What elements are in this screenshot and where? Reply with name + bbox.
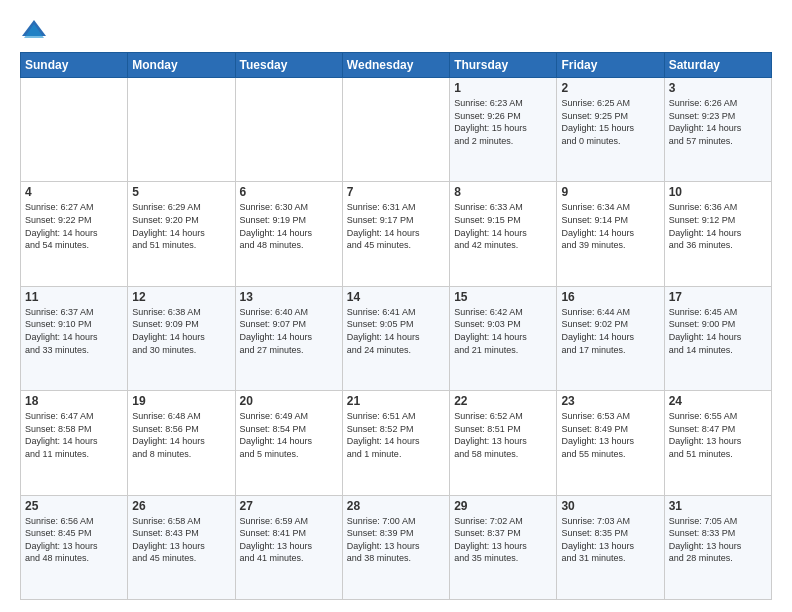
calendar-cell: 31Sunrise: 7:05 AMSunset: 8:33 PMDayligh… — [664, 495, 771, 599]
day-number: 8 — [454, 185, 552, 199]
calendar-cell: 30Sunrise: 7:03 AMSunset: 8:35 PMDayligh… — [557, 495, 664, 599]
header-day-sunday: Sunday — [21, 53, 128, 78]
day-number: 25 — [25, 499, 123, 513]
week-row-5: 25Sunrise: 6:56 AMSunset: 8:45 PMDayligh… — [21, 495, 772, 599]
day-info: Sunrise: 6:44 AMSunset: 9:02 PMDaylight:… — [561, 306, 659, 356]
logo-icon — [20, 16, 48, 44]
day-number: 28 — [347, 499, 445, 513]
day-number: 27 — [240, 499, 338, 513]
week-row-2: 4Sunrise: 6:27 AMSunset: 9:22 PMDaylight… — [21, 182, 772, 286]
calendar-cell: 2Sunrise: 6:25 AMSunset: 9:25 PMDaylight… — [557, 78, 664, 182]
calendar-cell: 1Sunrise: 6:23 AMSunset: 9:26 PMDaylight… — [450, 78, 557, 182]
day-info: Sunrise: 6:55 AMSunset: 8:47 PMDaylight:… — [669, 410, 767, 460]
day-info: Sunrise: 6:29 AMSunset: 9:20 PMDaylight:… — [132, 201, 230, 251]
calendar-cell: 10Sunrise: 6:36 AMSunset: 9:12 PMDayligh… — [664, 182, 771, 286]
day-number: 17 — [669, 290, 767, 304]
day-info: Sunrise: 6:33 AMSunset: 9:15 PMDaylight:… — [454, 201, 552, 251]
header-row: SundayMondayTuesdayWednesdayThursdayFrid… — [21, 53, 772, 78]
header-day-monday: Monday — [128, 53, 235, 78]
day-number: 22 — [454, 394, 552, 408]
day-number: 1 — [454, 81, 552, 95]
day-number: 19 — [132, 394, 230, 408]
day-info: Sunrise: 6:26 AMSunset: 9:23 PMDaylight:… — [669, 97, 767, 147]
day-number: 24 — [669, 394, 767, 408]
calendar-cell: 8Sunrise: 6:33 AMSunset: 9:15 PMDaylight… — [450, 182, 557, 286]
day-number: 21 — [347, 394, 445, 408]
day-info: Sunrise: 6:37 AMSunset: 9:10 PMDaylight:… — [25, 306, 123, 356]
week-row-3: 11Sunrise: 6:37 AMSunset: 9:10 PMDayligh… — [21, 286, 772, 390]
calendar-cell: 15Sunrise: 6:42 AMSunset: 9:03 PMDayligh… — [450, 286, 557, 390]
calendar-cell — [342, 78, 449, 182]
header-day-friday: Friday — [557, 53, 664, 78]
logo — [20, 16, 50, 44]
calendar-cell: 24Sunrise: 6:55 AMSunset: 8:47 PMDayligh… — [664, 391, 771, 495]
day-number: 12 — [132, 290, 230, 304]
calendar-cell: 22Sunrise: 6:52 AMSunset: 8:51 PMDayligh… — [450, 391, 557, 495]
calendar-cell: 7Sunrise: 6:31 AMSunset: 9:17 PMDaylight… — [342, 182, 449, 286]
calendar-body: 1Sunrise: 6:23 AMSunset: 9:26 PMDaylight… — [21, 78, 772, 600]
calendar-cell: 14Sunrise: 6:41 AMSunset: 9:05 PMDayligh… — [342, 286, 449, 390]
day-number: 9 — [561, 185, 659, 199]
calendar-cell: 3Sunrise: 6:26 AMSunset: 9:23 PMDaylight… — [664, 78, 771, 182]
day-info: Sunrise: 7:03 AMSunset: 8:35 PMDaylight:… — [561, 515, 659, 565]
calendar-cell — [235, 78, 342, 182]
calendar-cell: 13Sunrise: 6:40 AMSunset: 9:07 PMDayligh… — [235, 286, 342, 390]
day-number: 29 — [454, 499, 552, 513]
day-info: Sunrise: 6:31 AMSunset: 9:17 PMDaylight:… — [347, 201, 445, 251]
calendar-cell: 12Sunrise: 6:38 AMSunset: 9:09 PMDayligh… — [128, 286, 235, 390]
day-info: Sunrise: 6:23 AMSunset: 9:26 PMDaylight:… — [454, 97, 552, 147]
header-day-wednesday: Wednesday — [342, 53, 449, 78]
day-number: 16 — [561, 290, 659, 304]
day-number: 10 — [669, 185, 767, 199]
day-number: 11 — [25, 290, 123, 304]
day-number: 23 — [561, 394, 659, 408]
page: SundayMondayTuesdayWednesdayThursdayFrid… — [0, 0, 792, 612]
week-row-4: 18Sunrise: 6:47 AMSunset: 8:58 PMDayligh… — [21, 391, 772, 495]
day-info: Sunrise: 6:51 AMSunset: 8:52 PMDaylight:… — [347, 410, 445, 460]
calendar-cell: 11Sunrise: 6:37 AMSunset: 9:10 PMDayligh… — [21, 286, 128, 390]
calendar-cell: 16Sunrise: 6:44 AMSunset: 9:02 PMDayligh… — [557, 286, 664, 390]
day-info: Sunrise: 6:45 AMSunset: 9:00 PMDaylight:… — [669, 306, 767, 356]
day-info: Sunrise: 6:34 AMSunset: 9:14 PMDaylight:… — [561, 201, 659, 251]
calendar-cell: 6Sunrise: 6:30 AMSunset: 9:19 PMDaylight… — [235, 182, 342, 286]
day-info: Sunrise: 6:59 AMSunset: 8:41 PMDaylight:… — [240, 515, 338, 565]
calendar-cell: 5Sunrise: 6:29 AMSunset: 9:20 PMDaylight… — [128, 182, 235, 286]
calendar-cell: 17Sunrise: 6:45 AMSunset: 9:00 PMDayligh… — [664, 286, 771, 390]
day-info: Sunrise: 6:36 AMSunset: 9:12 PMDaylight:… — [669, 201, 767, 251]
day-info: Sunrise: 7:02 AMSunset: 8:37 PMDaylight:… — [454, 515, 552, 565]
day-number: 14 — [347, 290, 445, 304]
calendar-cell — [128, 78, 235, 182]
calendar-cell — [21, 78, 128, 182]
day-info: Sunrise: 7:05 AMSunset: 8:33 PMDaylight:… — [669, 515, 767, 565]
day-number: 20 — [240, 394, 338, 408]
calendar: SundayMondayTuesdayWednesdayThursdayFrid… — [20, 52, 772, 600]
calendar-cell: 4Sunrise: 6:27 AMSunset: 9:22 PMDaylight… — [21, 182, 128, 286]
calendar-cell: 28Sunrise: 7:00 AMSunset: 8:39 PMDayligh… — [342, 495, 449, 599]
week-row-1: 1Sunrise: 6:23 AMSunset: 9:26 PMDaylight… — [21, 78, 772, 182]
calendar-cell: 26Sunrise: 6:58 AMSunset: 8:43 PMDayligh… — [128, 495, 235, 599]
day-number: 13 — [240, 290, 338, 304]
day-info: Sunrise: 6:53 AMSunset: 8:49 PMDaylight:… — [561, 410, 659, 460]
day-number: 3 — [669, 81, 767, 95]
day-number: 26 — [132, 499, 230, 513]
day-info: Sunrise: 6:49 AMSunset: 8:54 PMDaylight:… — [240, 410, 338, 460]
calendar-cell: 25Sunrise: 6:56 AMSunset: 8:45 PMDayligh… — [21, 495, 128, 599]
day-number: 5 — [132, 185, 230, 199]
header-day-thursday: Thursday — [450, 53, 557, 78]
header — [20, 16, 772, 44]
day-number: 2 — [561, 81, 659, 95]
day-info: Sunrise: 6:41 AMSunset: 9:05 PMDaylight:… — [347, 306, 445, 356]
header-day-saturday: Saturday — [664, 53, 771, 78]
calendar-cell: 21Sunrise: 6:51 AMSunset: 8:52 PMDayligh… — [342, 391, 449, 495]
calendar-header: SundayMondayTuesdayWednesdayThursdayFrid… — [21, 53, 772, 78]
day-number: 15 — [454, 290, 552, 304]
day-number: 30 — [561, 499, 659, 513]
calendar-cell: 19Sunrise: 6:48 AMSunset: 8:56 PMDayligh… — [128, 391, 235, 495]
calendar-cell: 29Sunrise: 7:02 AMSunset: 8:37 PMDayligh… — [450, 495, 557, 599]
day-number: 7 — [347, 185, 445, 199]
day-info: Sunrise: 6:40 AMSunset: 9:07 PMDaylight:… — [240, 306, 338, 356]
day-info: Sunrise: 6:52 AMSunset: 8:51 PMDaylight:… — [454, 410, 552, 460]
day-number: 18 — [25, 394, 123, 408]
day-info: Sunrise: 6:27 AMSunset: 9:22 PMDaylight:… — [25, 201, 123, 251]
day-info: Sunrise: 6:47 AMSunset: 8:58 PMDaylight:… — [25, 410, 123, 460]
